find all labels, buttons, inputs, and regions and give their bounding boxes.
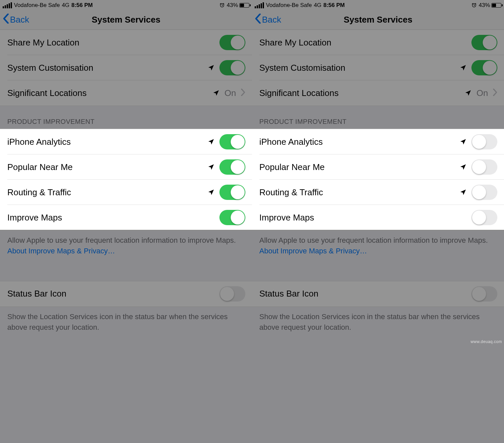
toggle-system-customisation[interactable]	[471, 60, 497, 75]
signal-icon	[3, 2, 12, 8]
location-arrow-icon	[207, 163, 215, 171]
row-value: On	[224, 88, 236, 98]
row-iphone-analytics[interactable]: iPhone Analytics	[0, 129, 252, 154]
toggle-share-my-location[interactable]	[471, 35, 497, 50]
status-bar: Vodafone-Be Safe 4G 8:56 PM 43%	[252, 0, 504, 10]
status-bar: Vodafone-Be Safe 4G 8:56 PM 43%	[0, 0, 252, 10]
row-label: Significant Locations	[259, 88, 464, 98]
location-arrow-icon	[459, 64, 467, 71]
time-label: 8:56 PM	[323, 2, 345, 9]
toggle-status-bar-icon[interactable]	[219, 286, 245, 302]
left-screenshot: Vodafone-Be Safe 4G 8:56 PM 43% Back Sys…	[0, 0, 252, 443]
about-improve-maps-link[interactable]: About Improve Maps & Privacy…	[7, 247, 115, 255]
row-label: Improve Maps	[259, 213, 471, 223]
back-label: Back	[10, 15, 29, 25]
row-label: Share My Location	[259, 38, 471, 48]
row-improve-maps[interactable]: Improve Maps	[0, 205, 252, 230]
back-button[interactable]: Back	[255, 14, 281, 26]
row-label: System Customisation	[259, 63, 459, 73]
page-title: System Services	[252, 15, 504, 25]
location-arrow-icon	[207, 64, 215, 71]
battery-icon	[491, 3, 501, 8]
location-arrow-icon	[459, 138, 467, 145]
row-label: Routing & Traffic	[259, 187, 459, 198]
toggle-popular-near-me[interactable]	[219, 159, 245, 175]
row-label: Popular Near Me	[259, 162, 459, 172]
alarm-icon	[471, 3, 477, 8]
row-significant-locations[interactable]: Significant Locations On	[0, 80, 252, 106]
network-label: 4G	[62, 2, 69, 9]
toggle-routing-traffic[interactable]	[471, 185, 497, 200]
back-label: Back	[262, 15, 281, 25]
battery-icon	[239, 3, 249, 8]
battery-pct-label: 43%	[479, 2, 490, 9]
about-improve-maps-link[interactable]: About Improve Maps & Privacy…	[259, 247, 367, 255]
row-status-bar-icon[interactable]: Status Bar Icon	[0, 281, 252, 307]
toggle-iphone-analytics[interactable]	[219, 134, 245, 149]
location-arrow-icon	[212, 89, 220, 97]
section-header-product-improvement: PRODUCT IMPROVEMENT	[0, 106, 252, 129]
row-status-bar-icon[interactable]: Status Bar Icon	[252, 281, 504, 307]
row-system-customisation[interactable]: System Customisation	[0, 55, 252, 80]
navbar: Back System Services	[0, 10, 252, 30]
row-popular-near-me[interactable]: Popular Near Me	[252, 154, 504, 180]
right-screenshot: www.deuaq.com Vodafone-Be Safe 4G 8:56 P…	[252, 0, 504, 443]
row-routing-traffic[interactable]: Routing & Traffic	[252, 180, 504, 205]
footer-text: Allow Apple to use your frequent locatio…	[7, 236, 236, 244]
footer-improve-maps: Allow Apple to use your frequent locatio…	[252, 230, 504, 264]
footer-status-bar: Show the Location Services icon in the s…	[252, 307, 504, 341]
carrier-label: Vodafone-Be Safe	[14, 2, 60, 9]
row-system-customisation[interactable]: System Customisation	[252, 55, 504, 80]
footer-text: Allow Apple to use your frequent locatio…	[259, 236, 488, 244]
time-label: 8:56 PM	[71, 2, 93, 9]
back-button[interactable]: Back	[3, 14, 29, 26]
row-label: System Customisation	[7, 63, 207, 73]
row-label: iPhone Analytics	[259, 137, 459, 147]
footer-improve-maps: Allow Apple to use your frequent locatio…	[0, 230, 252, 264]
row-routing-traffic[interactable]: Routing & Traffic	[0, 180, 252, 205]
row-label: Status Bar Icon	[7, 289, 219, 299]
location-arrow-icon	[459, 189, 467, 196]
toggle-popular-near-me[interactable]	[471, 159, 497, 175]
page-title: System Services	[0, 15, 252, 25]
chevron-right-icon	[493, 88, 497, 98]
footer-status-bar: Show the Location Services icon in the s…	[0, 307, 252, 341]
navbar: Back System Services	[252, 10, 504, 30]
chevron-back-icon	[3, 14, 9, 26]
network-label: 4G	[314, 2, 321, 9]
toggle-system-customisation[interactable]	[219, 60, 245, 75]
toggle-improve-maps[interactable]	[219, 210, 245, 225]
alarm-icon	[219, 3, 225, 8]
row-label: iPhone Analytics	[7, 137, 207, 147]
row-improve-maps[interactable]: Improve Maps	[252, 205, 504, 230]
toggle-iphone-analytics[interactable]	[471, 134, 497, 149]
watermark: www.deuaq.com	[470, 339, 502, 344]
toggle-routing-traffic[interactable]	[219, 185, 245, 200]
row-label: Improve Maps	[7, 213, 219, 223]
row-label: Routing & Traffic	[7, 187, 207, 198]
toggle-status-bar-icon[interactable]	[471, 286, 497, 302]
row-popular-near-me[interactable]: Popular Near Me	[0, 154, 252, 180]
signal-icon	[255, 2, 264, 8]
location-arrow-icon	[207, 189, 215, 196]
row-value: On	[476, 88, 488, 98]
row-label: Popular Near Me	[7, 162, 207, 172]
row-share-my-location[interactable]: Share My Location	[252, 30, 504, 55]
row-iphone-analytics[interactable]: iPhone Analytics	[252, 129, 504, 154]
location-arrow-icon	[207, 138, 215, 145]
section-header-product-improvement: PRODUCT IMPROVEMENT	[252, 106, 504, 129]
row-label: Significant Locations	[7, 88, 212, 98]
chevron-right-icon	[241, 88, 245, 98]
location-arrow-icon	[464, 89, 472, 97]
carrier-label: Vodafone-Be Safe	[266, 2, 312, 9]
row-significant-locations[interactable]: Significant Locations On	[252, 80, 504, 106]
row-label: Status Bar Icon	[259, 289, 471, 299]
toggle-improve-maps[interactable]	[471, 210, 497, 225]
row-label: Share My Location	[7, 38, 219, 48]
row-share-my-location[interactable]: Share My Location	[0, 30, 252, 55]
toggle-share-my-location[interactable]	[219, 35, 245, 50]
location-arrow-icon	[459, 163, 467, 171]
battery-pct-label: 43%	[227, 2, 238, 9]
chevron-back-icon	[255, 14, 261, 26]
